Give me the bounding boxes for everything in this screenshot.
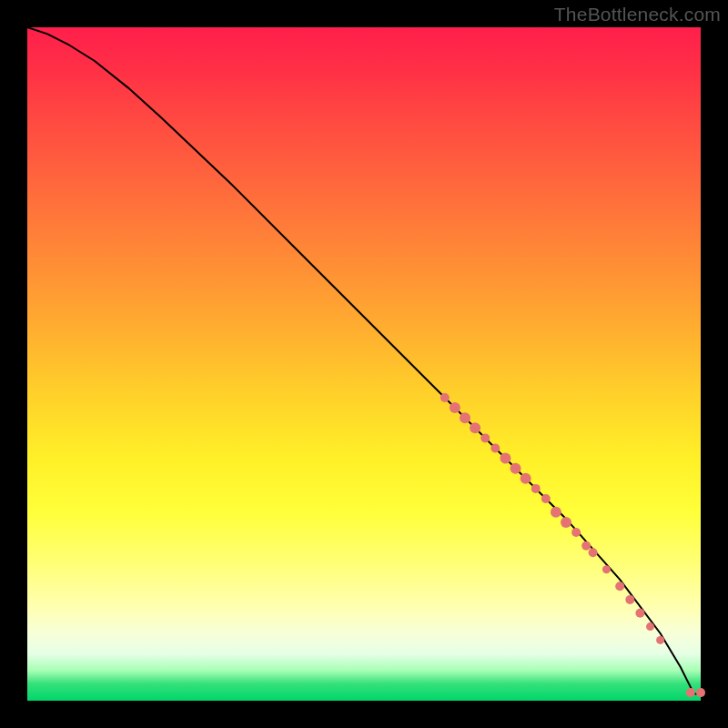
scatter-point [521, 473, 531, 484]
scatter-point [460, 412, 470, 423]
scatter-point [646, 622, 654, 631]
scatter-point [551, 507, 561, 518]
scatter-point [531, 484, 541, 493]
scatter-point [635, 609, 644, 618]
scatter-point [450, 402, 460, 413]
chart-overlay [27, 27, 701, 701]
scatter-point [656, 636, 664, 644]
scatter-point [625, 595, 634, 604]
scatter-point [511, 463, 521, 474]
scatter-point [561, 517, 571, 528]
scatter-point [615, 581, 624, 591]
scatter-point [480, 433, 490, 442]
scatter-point [571, 528, 581, 537]
scatter-point [602, 565, 611, 573]
plot-area [27, 27, 701, 701]
scatter-point [589, 548, 598, 557]
scatter-points [440, 393, 705, 697]
scatter-point [541, 494, 551, 503]
scatter-point [490, 444, 500, 453]
scatter-point [470, 422, 480, 433]
scatter-point [696, 688, 705, 697]
scatter-point [686, 688, 695, 697]
scatter-point [440, 393, 450, 402]
scatter-point [581, 541, 591, 551]
watermark-text: TheBottleneck.com [554, 4, 721, 25]
chart-stage: TheBottleneck.com [0, 0, 728, 728]
curve-line [27, 27, 701, 694]
scatter-point [500, 453, 511, 464]
